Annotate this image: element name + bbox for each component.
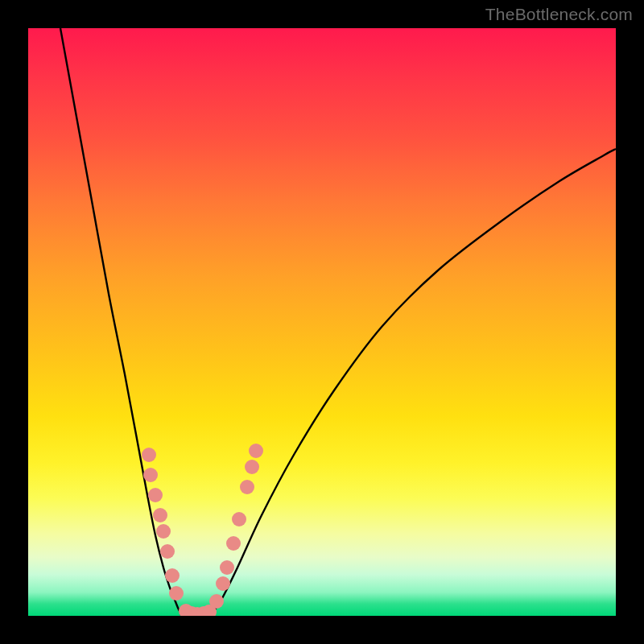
watermark-text: TheBottleneck.com [485,5,633,24]
marker-dot [240,480,254,494]
chart-svg [28,28,616,616]
marker-dot [156,524,171,539]
bottleneck-curve [60,28,616,616]
marker-dot [169,586,184,601]
marker-dot [209,594,224,609]
marker-dot [245,460,259,474]
marker-dot [165,568,180,583]
marker-dots [142,444,263,616]
v-curve-path [60,28,616,616]
marker-dot [153,508,167,522]
marker-dot [249,444,263,458]
marker-dot [143,468,158,482]
marker-dot [160,544,175,559]
marker-dot [226,536,241,551]
marker-dot [220,560,234,575]
marker-dot [216,576,230,591]
marker-dot [148,488,163,502]
marker-dot [232,512,246,526]
plot-area [28,28,616,616]
marker-dot [142,448,156,462]
outer-frame: TheBottleneck.com [0,0,644,644]
